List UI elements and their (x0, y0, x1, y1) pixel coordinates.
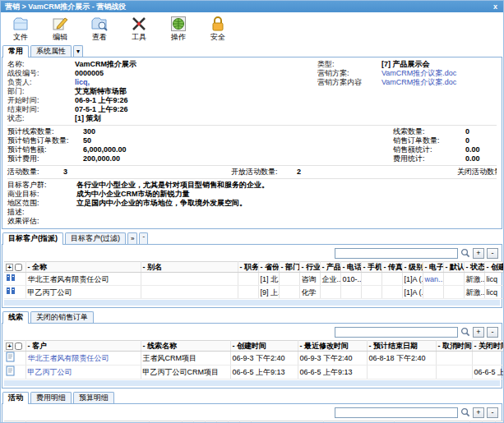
cell (141, 273, 238, 286)
expand-all-icon[interactable]: + (6, 343, 13, 350)
plan-content-doc-link[interactable]: VamCRM推介议案.doc (381, 78, 456, 87)
cell: 甲乙丙丁公司 (25, 286, 141, 299)
search-input[interactable] (335, 248, 458, 259)
table-row[interactable]: 华北王者风有限责任公司 王者风CRM项目 06-9-3 下午2:40 06-9-… (4, 352, 504, 366)
cell: 06-9-3 下午2:40 (298, 352, 367, 366)
cell: 华北王者风有限责任公司 (25, 273, 141, 286)
tab-common[interactable]: 常用 (2, 45, 29, 57)
zoom-in-button[interactable]: + (473, 407, 484, 418)
tab-customers-assigned[interactable]: 目标客户(指派) (2, 232, 63, 245)
tab-collapse[interactable]: ˆ (139, 232, 148, 244)
cell (361, 286, 381, 299)
expand-all-icon[interactable]: + (6, 264, 13, 271)
tab-closed-orders[interactable]: 关闭的销售订单 (30, 311, 94, 323)
column-header[interactable]: 预计结束日期 (367, 341, 436, 352)
column-header[interactable]: 状态 (464, 262, 484, 273)
cell (361, 273, 381, 286)
lead-icon (6, 352, 15, 365)
table-row[interactable]: 华北王者风有限责任公司 [1] 北.. 咨询 企业.. 010-.. [1]A … (4, 273, 504, 286)
search-input[interactable] (335, 327, 458, 338)
column-header[interactable]: 创建时间 (230, 341, 298, 352)
table-row[interactable]: 甲乙丙丁公司 [9] 上.. 化学 [1]A (.. 新激... licq (4, 286, 504, 299)
tab-system-properties[interactable]: 系统属性 (30, 45, 72, 57)
zoom-in-button[interactable]: + (473, 248, 484, 259)
select-column-header: + (4, 262, 25, 273)
code-label: 战役编号: (7, 69, 75, 78)
sales-total-value: 0.00 (465, 145, 497, 154)
tab-leads[interactable]: 线索 (2, 311, 29, 324)
column-header[interactable]: 全称 (25, 262, 141, 273)
column-header[interactable]: 创建 (484, 262, 504, 273)
cell (367, 366, 436, 379)
select-all-checkbox[interactable] (15, 264, 22, 271)
divider (7, 165, 497, 166)
search-input[interactable] (335, 407, 458, 418)
cell (423, 286, 443, 299)
column-header[interactable]: 电话 (340, 262, 361, 273)
column-header[interactable]: 行业 (299, 262, 320, 273)
region-value: 立足国内中小企业的市场地位，争取境外发展空间。 (76, 199, 247, 208)
toolbar-security[interactable]: 安全 (203, 15, 233, 41)
toolbar-tools[interactable]: 工具 (124, 15, 154, 41)
cell (320, 286, 340, 299)
dept-value: 艾克斯特市场部 (75, 87, 127, 96)
cost-total-value: 0.00 (465, 154, 497, 163)
email-link[interactable]: wan... (423, 273, 443, 286)
column-header[interactable]: 别名 (141, 262, 238, 273)
zoom-out-button[interactable]: - (487, 407, 498, 418)
column-header[interactable]: 省份 (258, 262, 279, 273)
toolbar-file[interactable]: 文件 (6, 15, 35, 41)
column-header[interactable]: 部门 (279, 262, 299, 273)
zoom-out-button[interactable]: - (487, 327, 498, 338)
toolbar-edit[interactable]: 编辑 (45, 15, 75, 41)
column-header[interactable]: 产品 (320, 262, 340, 273)
select-all-checkbox[interactable] (15, 343, 22, 350)
customers-table: + 全称 别名 职务 省份 部门 行业 产品 电话 手机 传真 级别 电子 默认… (4, 261, 504, 299)
zoom-in-button[interactable]: + (473, 327, 484, 338)
column-header[interactable]: 取消时间 (436, 341, 472, 352)
table-row[interactable]: 甲乙丙丁公司 甲乙丙丁公司CRM项目 06-6-5 上午9:13 06-6-5 … (4, 366, 504, 379)
main-tabs: 常用 系统属性 ▾ (1, 45, 503, 57)
column-header[interactable]: 线索名称 (141, 341, 230, 352)
search-icon[interactable] (460, 407, 470, 417)
customer-link[interactable]: 甲乙丙丁公司 (25, 366, 141, 379)
column-header[interactable]: 客户 (25, 341, 141, 352)
toolbar-label: 安全 (203, 33, 233, 41)
region-label: 地区范围: (7, 199, 76, 208)
cell: 企业.. (320, 273, 340, 286)
toolbar-view[interactable]: 查看 (85, 15, 114, 41)
name-value: VamCRM推介展示 (75, 60, 136, 69)
column-header[interactable]: 电子 (423, 262, 443, 273)
plan-label: 营销方案: (317, 69, 381, 78)
tab-activities[interactable]: 活动 (2, 392, 29, 404)
column-header[interactable]: 职务 (238, 262, 258, 273)
tab-scroll-right[interactable]: » (127, 232, 137, 244)
cell (238, 273, 258, 286)
plan-doc-link[interactable]: VamCRM推介议案.doc (381, 69, 456, 78)
column-header[interactable]: 默认 (443, 262, 464, 273)
tab-more[interactable]: ▾ (73, 45, 83, 57)
start-label: 开始时间: (7, 96, 75, 105)
cell (436, 366, 472, 379)
tab-customers-filtered[interactable]: 目标客户(过滤) (65, 232, 126, 244)
column-header[interactable]: 关闭时间 (472, 341, 504, 352)
customer-link[interactable]: 华北王者风有限责任公司 (25, 352, 141, 366)
column-header[interactable]: 最近修改时间 (298, 341, 367, 352)
edit-icon (51, 15, 69, 33)
activities-tabs: 活动 费用明细 预算明细 (1, 392, 503, 403)
close-button[interactable]: x (492, 2, 499, 11)
tab-budget-details[interactable]: 预算明细 (73, 392, 114, 403)
tab-cost-details[interactable]: 费用明细 (30, 392, 72, 403)
search-icon[interactable] (460, 327, 470, 337)
column-header[interactable]: 级别 (402, 262, 423, 273)
owner-link[interactable]: licq, (75, 78, 90, 87)
column-header[interactable]: 传真 (381, 262, 402, 273)
toolbar-label: 编辑 (45, 33, 75, 41)
column-header[interactable]: 手机 (361, 262, 381, 273)
zoom-out-button[interactable]: - (487, 248, 498, 259)
toolbar-actions[interactable]: 操作 (164, 15, 193, 41)
target-customers-section: 目标客户(指派) 目标客户(过滤) » ˆ + - + 全称 别名 职务 省份 … (1, 232, 503, 308)
search-icon[interactable] (460, 248, 470, 258)
cell: 010-.. (340, 273, 361, 286)
cell (279, 273, 299, 286)
